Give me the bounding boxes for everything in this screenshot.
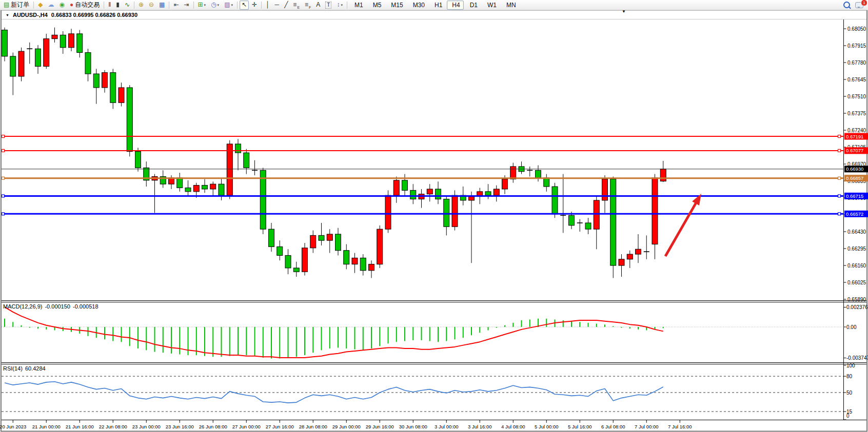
autotrading-icon: ● <box>70 1 73 9</box>
autotrading-button-label: 自动交易 <box>75 1 100 9</box>
vertical-line-button[interactable]: │ <box>264 1 272 10</box>
chat-button[interactable]: 1 <box>853 1 865 10</box>
svg-text:50: 50 <box>846 390 853 396</box>
tile-windows-icon: ▦ <box>159 1 165 9</box>
svg-text:0.67915: 0.67915 <box>847 43 866 49</box>
timeframe-m1[interactable]: M1 <box>349 1 367 10</box>
svg-text:0.66857: 0.66857 <box>846 175 863 181</box>
arrows-button[interactable]: ↕▾ <box>334 1 345 10</box>
toolbar-separator <box>193 2 194 9</box>
svg-text:20 Jun 2023: 20 Jun 2023 <box>0 424 26 429</box>
chart-canvas[interactable]: 0.680500.679150.677800.676450.675100.673… <box>0 0 868 432</box>
cursor-icon: ↖ <box>242 1 247 9</box>
horizontal-line-button[interactable]: ─ <box>273 1 282 10</box>
svg-text:0: 0 <box>846 413 850 419</box>
svg-text:0.00: 0.00 <box>846 324 857 330</box>
chart-ohlc-readout: 0.66833 0.66995 0.66826 0.66930 <box>51 12 137 18</box>
indicators-button[interactable]: ⊞▾ <box>196 1 208 10</box>
fibo-retracement-button[interactable]: ≡E <box>291 1 302 10</box>
toolbar-separator <box>169 2 169 9</box>
timeframe-h1[interactable]: H1 <box>429 1 446 10</box>
fibo-expansion-button[interactable]: ≡F <box>303 1 313 10</box>
toolbar-separator <box>33 2 34 9</box>
svg-text:0.67780: 0.67780 <box>847 60 866 66</box>
community-icon: ☁ <box>48 1 54 9</box>
svg-text:7 Jul 00:00: 7 Jul 00:00 <box>635 424 658 429</box>
horizontal-line-icon: ─ <box>275 1 280 9</box>
svg-text:0.67375: 0.67375 <box>847 111 866 116</box>
line-chart-icon: ∿ <box>125 1 130 9</box>
svg-text:3 Jul 16:00: 3 Jul 16:00 <box>468 424 491 429</box>
chevron-down-icon: ▾ <box>231 3 233 7</box>
svg-text:100: 100 <box>846 363 855 368</box>
svg-text:23 Jun 00:00: 23 Jun 00:00 <box>132 424 161 429</box>
autotrading-button[interactable]: ●自动交易 <box>68 1 102 10</box>
line-chart-button[interactable]: ∿ <box>123 1 132 10</box>
zoom-out-button[interactable]: ⊖ <box>147 1 156 10</box>
text-label-button[interactable]: T <box>323 1 333 10</box>
chart-shift-button[interactable]: ⇥ <box>182 1 191 10</box>
funds-icon[interactable]: ◆ <box>36 1 45 10</box>
candlestick-chart-button[interactable]: ▮ <box>114 1 122 10</box>
text-button[interactable]: A <box>314 1 322 10</box>
timeframe-h1-label: H1 <box>435 2 442 9</box>
chart-shift-icon: ⇥ <box>184 1 189 9</box>
timeframe-h4-label: H4 <box>452 2 460 9</box>
chart-collapse-icon[interactable]: ▼ <box>6 13 9 17</box>
tile-windows-button[interactable]: ▦ <box>157 1 167 10</box>
svg-text:0.66295: 0.66295 <box>847 246 866 252</box>
signals-icon: ◉ <box>60 1 65 9</box>
search-icon <box>843 2 850 8</box>
fibo-expansion-icon-suffix: F <box>309 6 311 9</box>
chart-symbol-period: AUDUSD-,H4 <box>13 12 48 18</box>
cursor-button[interactable]: ↖ <box>240 1 249 10</box>
periods-button[interactable]: ◷▾ <box>209 1 221 10</box>
new-order-button[interactable]: ▤新订单 <box>2 1 31 10</box>
svg-text:22 Jun 08:00: 22 Jun 08:00 <box>99 424 127 429</box>
timeframe-w1[interactable]: W1 <box>482 1 500 10</box>
svg-text:-0.003747: -0.003747 <box>846 355 868 361</box>
timeframe-h4[interactable]: H4 <box>447 1 463 10</box>
community-icon[interactable]: ☁ <box>46 1 56 10</box>
rsi-label: RSI(14) 60.4284 <box>3 365 46 372</box>
svg-text:30 Jun 08:00: 30 Jun 08:00 <box>399 424 427 429</box>
svg-text:7 Jul 16:00: 7 Jul 16:00 <box>668 424 692 429</box>
timeframe-mn[interactable]: MN <box>501 1 520 10</box>
auto-scroll-button[interactable]: ⇤ <box>171 1 181 10</box>
toolbar-separator <box>104 2 104 9</box>
text-icon: A <box>316 1 320 9</box>
text-label-icon: T <box>325 2 331 9</box>
svg-text:0.66160: 0.66160 <box>847 263 866 269</box>
timeframe-m15[interactable]: M15 <box>386 1 406 10</box>
notification-badge: 1 <box>861 0 867 6</box>
svg-text:6 Jul 08:00: 6 Jul 08:00 <box>601 424 625 429</box>
svg-text:26 Jun 08:00: 26 Jun 08:00 <box>199 424 227 429</box>
timeframe-m5[interactable]: M5 <box>368 1 385 10</box>
svg-text:3 Jul 00:00: 3 Jul 00:00 <box>435 424 458 429</box>
timeframe-d1[interactable]: D1 <box>465 1 481 10</box>
crosshair-icon: ✛ <box>252 1 257 9</box>
crosshair-button[interactable]: ✛ <box>250 1 259 10</box>
svg-text:0.68050: 0.68050 <box>847 26 866 32</box>
auto-scroll-icon: ⇤ <box>173 1 179 9</box>
svg-text:0.66930: 0.66930 <box>846 166 863 172</box>
svg-text:28 Jun 08:00: 28 Jun 08:00 <box>299 424 327 429</box>
signals-icon[interactable]: ◉ <box>57 1 67 10</box>
toolbar-separator <box>237 2 238 9</box>
svg-text:0.66572: 0.66572 <box>846 211 863 217</box>
templates-button[interactable]: ▨▾ <box>222 1 235 10</box>
svg-text:4 Jul 08:00: 4 Jul 08:00 <box>501 424 525 429</box>
timeframe-m30[interactable]: M30 <box>408 1 428 10</box>
trendline-button[interactable]: ╱ <box>282 1 290 10</box>
ohlc-bars-icon: ‖ <box>108 1 111 9</box>
zoom-in-button[interactable]: ⊕ <box>136 1 146 10</box>
fibo-retracement-icon: ≡ <box>293 1 297 9</box>
chart-window-frame <box>1 10 867 431</box>
timeframe-m1-label: M1 <box>354 2 363 9</box>
timeframe-m30-label: M30 <box>413 2 425 9</box>
bar-chart-button[interactable]: ‖ <box>106 1 113 10</box>
search-button[interactable] <box>841 1 852 10</box>
macd-name: MACD(12,26,9) <box>3 303 42 310</box>
svg-text:0.65890: 0.65890 <box>847 297 866 302</box>
svg-text:27 Jun 16:00: 27 Jun 16:00 <box>266 424 294 429</box>
